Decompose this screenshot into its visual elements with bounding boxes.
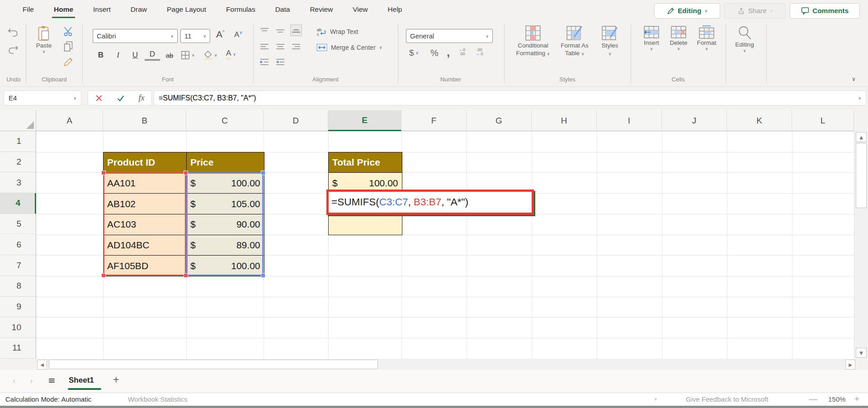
increase-font-button[interactable]: A^ xyxy=(216,29,225,40)
column-header-C[interactable]: C xyxy=(186,110,264,131)
column-header-E[interactable]: E xyxy=(328,110,401,131)
align-left-button[interactable] xyxy=(259,41,270,52)
row-header-6[interactable]: 6 xyxy=(0,235,36,256)
cancel-icon[interactable] xyxy=(95,95,103,102)
tab-insert[interactable]: Insert xyxy=(83,0,121,19)
underline-button[interactable]: U xyxy=(127,49,143,62)
column-header-B[interactable]: B xyxy=(103,110,186,131)
next-sheet-icon[interactable]: › xyxy=(30,375,33,386)
align-bottom-button[interactable] xyxy=(290,24,302,36)
align-right-button[interactable] xyxy=(290,41,302,52)
redo-button[interactable] xyxy=(7,44,19,57)
bold-button[interactable]: B xyxy=(93,49,108,62)
feedback-link[interactable]: Give Feedback to Microsoft xyxy=(686,395,769,403)
comma-format-button[interactable]: , xyxy=(447,45,450,59)
scroll-right-button[interactable]: ▶ xyxy=(845,360,855,370)
cell-B4[interactable]: AB102 xyxy=(103,193,187,214)
number-format-select[interactable]: General ∨ xyxy=(406,29,493,43)
currency-format-button[interactable]: $ ∨ xyxy=(409,48,419,58)
cell-C6[interactable]: $89.00 xyxy=(186,235,264,256)
collapse-ribbon-button[interactable]: ∨ xyxy=(852,76,856,82)
comments-button[interactable]: Comments xyxy=(790,3,860,19)
scroll-left-button[interactable]: ◀ xyxy=(37,360,47,370)
copy-button[interactable] xyxy=(63,41,73,53)
increase-decimal-button[interactable]: ←0.00 xyxy=(459,48,465,56)
column-header-G[interactable]: G xyxy=(467,110,532,131)
cell-B5[interactable]: AC103 xyxy=(103,214,187,235)
fill-color-button[interactable]: ∨ xyxy=(203,51,217,60)
increase-indent-button[interactable] xyxy=(274,56,286,68)
column-header-J[interactable]: J xyxy=(662,110,727,131)
tab-view[interactable]: View xyxy=(343,0,377,19)
formula-input[interactable]: =SUMIFS(C3:C7, B3:B7, "A*") ∨ xyxy=(154,90,866,105)
format-as-table-button[interactable]: Format As Table ∨ xyxy=(555,24,594,58)
column-header-A[interactable]: A xyxy=(36,110,103,131)
undo-button[interactable] xyxy=(7,27,19,40)
zoom-level[interactable]: 150% xyxy=(828,395,845,403)
row-header-11[interactable]: 11 xyxy=(0,338,36,359)
row-header-7[interactable]: 7 xyxy=(0,255,36,276)
wrap-text-button[interactable]: ab c Wrap Text xyxy=(316,27,359,36)
decrease-indent-button[interactable] xyxy=(259,56,270,68)
tab-page-layout[interactable]: Page Layout xyxy=(157,0,216,19)
cell-B3[interactable]: AA101 xyxy=(103,172,187,194)
row-header-2[interactable]: 2 xyxy=(0,152,36,173)
cell-C2[interactable]: Price xyxy=(186,152,264,173)
column-header-F[interactable]: F xyxy=(401,110,467,131)
decrease-font-button[interactable]: A∨ xyxy=(234,30,243,39)
align-middle-button[interactable] xyxy=(274,25,286,37)
all-sheets-menu-icon[interactable]: ≡ xyxy=(48,375,56,386)
format-cells-button[interactable]: Format ∨ xyxy=(693,25,721,51)
cell-E2[interactable]: Total Price xyxy=(328,152,402,173)
align-top-button[interactable] xyxy=(259,25,270,37)
expand-formula-bar-icon[interactable]: ∨ xyxy=(858,96,861,100)
workbook-statistics-button[interactable]: Workbook Statistics xyxy=(128,395,187,403)
double-underline-button[interactable]: D xyxy=(145,49,160,61)
zoom-in-button[interactable]: + xyxy=(854,394,859,404)
italic-button[interactable]: I xyxy=(110,49,126,62)
prev-sheet-icon[interactable]: ‹ xyxy=(13,375,16,386)
tab-home[interactable]: Home xyxy=(44,0,83,19)
cell-styles-button[interactable]: Styles ∨ xyxy=(596,24,624,58)
enter-check-icon[interactable] xyxy=(117,95,125,102)
scroll-up-button[interactable]: ▲ xyxy=(856,132,867,142)
tab-help[interactable]: Help xyxy=(378,0,412,19)
font-name-select[interactable]: Calibri ∨ xyxy=(93,29,178,43)
cell-C7[interactable]: $100.00 xyxy=(186,255,264,276)
cut-button[interactable] xyxy=(63,26,73,38)
new-sheet-button[interactable]: + xyxy=(113,374,119,386)
row-header-10[interactable]: 10 xyxy=(0,317,36,338)
column-header-K[interactable]: K xyxy=(727,110,792,131)
column-header-H[interactable]: H xyxy=(532,110,597,131)
row-header-3[interactable]: 3 xyxy=(0,172,36,193)
zoom-out-button[interactable]: — xyxy=(809,394,817,404)
row-header-9[interactable]: 9 xyxy=(0,297,36,318)
cell-B2[interactable]: Product ID xyxy=(103,152,187,173)
insert-cells-button[interactable]: Insert ∨ xyxy=(638,25,665,51)
row-header-4[interactable]: 4 xyxy=(0,193,36,214)
conditional-formatting-button[interactable]: Conditional Formatting ∨ xyxy=(512,24,554,58)
sheet-tab-sheet1[interactable]: Sheet1 xyxy=(69,376,94,385)
cell-C5[interactable]: $90.00 xyxy=(186,214,264,235)
column-header-L[interactable]: L xyxy=(792,110,854,131)
decrease-decimal-button[interactable]: .00→.0 xyxy=(476,48,483,56)
calculation-mode-status[interactable]: Calculation Mode: Automatic xyxy=(5,395,91,403)
cell-B6[interactable]: AD104BC xyxy=(103,235,187,256)
font-color-button[interactable]: A ∨ xyxy=(226,49,236,60)
cell-C3[interactable]: $100.00 xyxy=(186,172,264,194)
editing-mode-button[interactable]: Editing ∨ xyxy=(654,3,720,19)
merge-center-button[interactable]: Merge & Center ∨ xyxy=(316,43,382,52)
cell-C4[interactable]: $105.00 xyxy=(186,193,264,214)
format-painter-button[interactable] xyxy=(63,56,74,69)
tab-formulas[interactable]: Formulas xyxy=(216,0,265,19)
borders-button[interactable]: ∨ xyxy=(181,51,195,60)
column-header-I[interactable]: I xyxy=(597,110,662,131)
row-header-8[interactable]: 8 xyxy=(0,276,36,297)
font-size-select[interactable]: 11 ∨ xyxy=(180,29,210,43)
tab-review[interactable]: Review xyxy=(300,0,343,19)
delete-cells-button[interactable]: Delete ∨ xyxy=(665,25,692,51)
insert-function-fx[interactable]: fx xyxy=(139,93,145,103)
tab-file[interactable]: File xyxy=(13,0,44,19)
editing-group-button[interactable]: Editing ∨ xyxy=(729,25,760,53)
name-box[interactable]: E4 ∨ xyxy=(4,90,81,105)
